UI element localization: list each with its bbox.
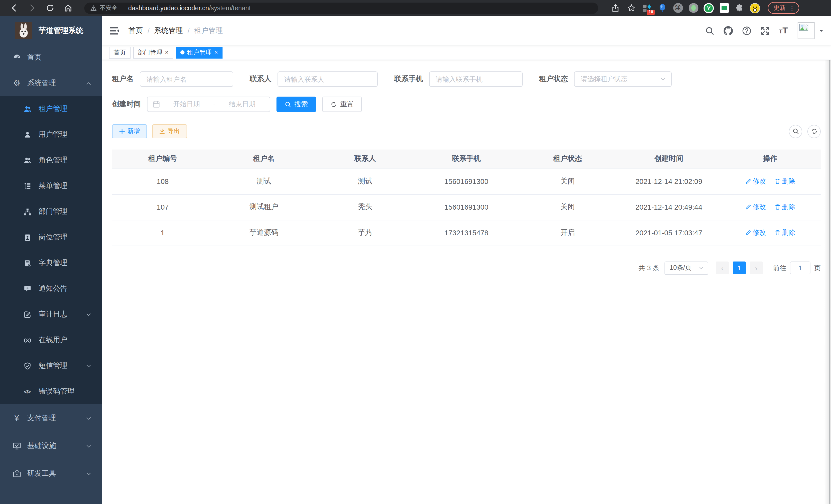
avatar-caret-icon[interactable] [819,30,823,34]
edit-button[interactable]: 修改 [745,228,766,237]
delete-button[interactable]: 删除 [774,202,795,212]
tab-close-icon[interactable]: × [214,49,218,56]
table-toolbar: 新增 导出 [112,124,821,138]
tab-dept[interactable]: 部门管理 × [133,47,173,58]
sidebar-item-home[interactable]: 首页 [0,45,102,70]
sidebar-item-label: 租户管理 [38,104,67,114]
add-button[interactable]: 新增 [112,124,147,138]
sidebar-item-role[interactable]: 角色管理 [0,147,102,173]
org-chart-icon [23,208,31,216]
sidebar-item-online-users[interactable]: 在线用户 [0,327,102,353]
trash-icon [774,204,780,210]
chrome-update-button[interactable]: 更新 ⋮ [768,2,799,14]
chevron-up-icon [86,80,91,86]
sidebar-item-dept[interactable]: 部门管理 [0,199,102,225]
sidebar-item-error-code[interactable]: </> 错误码管理 [0,379,102,404]
goto-page-input[interactable] [790,262,810,274]
tab-label: 租户管理 [187,48,212,57]
end-date-placeholder[interactable]: 结束日期 [220,100,265,109]
sidebar-item-system[interactable]: ⚙ 系统管理 [0,70,102,96]
forward-icon[interactable] [28,4,36,12]
sidebar-item-label: 短信管理 [38,361,67,370]
edit-button[interactable]: 修改 [745,177,766,186]
bookmark-star-icon[interactable] [627,4,636,12]
sidebar-item-tenant[interactable]: 租户管理 [0,96,102,122]
delete-button[interactable]: 删除 [774,228,795,237]
breadcrumb-system[interactable]: 系统管理 [154,26,183,35]
contact-input[interactable] [284,75,371,83]
share-icon[interactable] [611,4,620,12]
cell-actions: 修改删除 [719,220,821,245]
address-bar[interactable]: 不安全 dashboard.yudao.iocoder.cn/system/te… [84,2,598,13]
home-icon[interactable] [64,4,73,12]
url-host[interactable]: dashboard.yudao.iocoder.cn [128,4,209,11]
cell-phone: 15601691300 [416,169,517,194]
tenant-name-input[interactable] [146,75,227,83]
browser-menu-icon[interactable]: ⋮ [789,4,795,11]
extension-chat-icon[interactable] [719,3,729,13]
reload-icon[interactable] [46,4,55,12]
fullscreen-icon[interactable] [761,26,770,35]
page-size-select[interactable]: 10条/页 [664,261,708,275]
tab-close-icon[interactable]: × [165,49,169,56]
app-logo [15,22,32,39]
sidebar-item-pay[interactable]: ¥ 支付管理 [0,404,102,432]
extension-tabs-icon[interactable]: 10 [642,3,652,13]
start-date-placeholder[interactable]: 开始日期 [164,100,209,109]
extension-command-icon[interactable]: ⌘ [673,3,683,13]
sidebar-item-notice[interactable]: 通知公告 [0,276,102,302]
export-button[interactable]: 导出 [152,124,187,138]
extension-recorder-icon[interactable] [688,3,698,13]
tab-label: 部门管理 [138,48,163,57]
user-avatar[interactable] [798,22,814,39]
logo-row[interactable]: 芋道管理系统 [0,16,102,45]
window-scrollbar[interactable] [824,16,831,504]
sidebar-item-post[interactable]: 岗位管理 [0,225,102,250]
sidebar-item-dict[interactable]: 字典管理 [0,250,102,276]
refresh-table-button[interactable] [807,125,821,138]
next-page-button[interactable]: › [750,262,763,274]
status-select[interactable]: 请选择租户状态 [574,71,672,87]
url-path[interactable]: /system/tenant [209,4,251,11]
omnibox-divider [122,5,123,11]
tab-tenant[interactable]: 租户管理 × [176,47,223,58]
hide-search-button[interactable] [789,125,802,138]
sidebar-item-label: 用户管理 [38,130,67,139]
edit-button[interactable]: 修改 [745,202,766,212]
col-phone: 联系手机 [416,149,517,169]
extensions-puzzle-icon[interactable] [735,3,745,13]
help-icon[interactable] [742,26,751,35]
online-users-icon [23,336,31,344]
cell-phone: 17321315478 [416,220,517,245]
sidebar-item-audit-log[interactable]: 审计日志 [0,302,102,327]
sidebar-item-sms[interactable]: 短信管理 [0,353,102,379]
header-search-icon[interactable] [705,26,714,35]
back-icon[interactable] [10,4,19,12]
cell-actions: 修改删除 [719,169,821,194]
font-size-icon[interactable]: TT [779,26,788,35]
date-range-picker[interactable]: 开始日期 - 结束日期 [147,97,270,112]
reset-button[interactable]: 重置 [322,97,362,112]
plus-icon [119,128,125,134]
chevron-down-icon [86,471,91,476]
extension-y-icon[interactable]: Y [704,3,714,13]
phone-input[interactable] [436,75,516,83]
not-secure-label[interactable]: 不安全 [100,4,117,12]
profile-avatar-icon[interactable] [750,3,760,13]
breadcrumb-home[interactable]: 首页 [128,26,143,35]
extension-badge: 10 [647,9,655,14]
search-icon [285,101,291,108]
cell-contact: 芋艿 [315,220,416,245]
sidebar-item-devtools[interactable]: 研发工具 [0,460,102,487]
prev-page-button[interactable]: ‹ [716,262,729,274]
current-page-button[interactable]: 1 [733,262,746,274]
tab-home[interactable]: 首页 [109,47,131,58]
extension-balloon-icon[interactable] [657,3,667,13]
github-icon[interactable] [724,26,733,35]
sidebar-item-user[interactable]: 用户管理 [0,122,102,147]
delete-button[interactable]: 删除 [774,177,795,186]
search-button[interactable]: 搜索 [277,97,316,112]
sidebar-item-infra[interactable]: 基础设施 [0,432,102,460]
sidebar-item-menu[interactable]: 菜单管理 [0,173,102,199]
sidebar-toggle-icon[interactable] [110,25,120,36]
